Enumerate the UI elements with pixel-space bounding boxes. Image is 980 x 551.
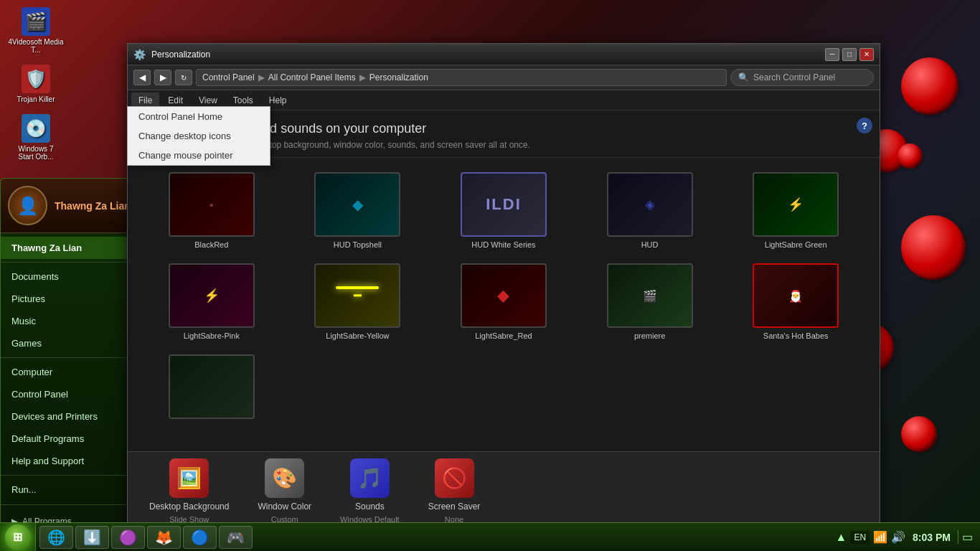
theme-lightsabre-pink-thumb: ⚡ [169,263,255,328]
breadcrumb: Control Panel ▶ All Control Panel Items … [196,69,727,86]
search-icon: 🔍 [738,72,749,83]
desktop: 🎬 4Videosoft Media T... 🛡️ Trojan Killer… [0,0,980,551]
theme-lightsabre-pink[interactable]: ⚡ LightSabre-Pink [142,260,281,344]
window-color-button[interactable]: 🎨 Window Color Custom [258,458,311,524]
titlebar-left: ⚙️ Personalization [133,49,210,60]
theme-hud-topshell-thumb: ◆ [314,172,400,237]
breadcrumb-current[interactable]: Personalization [369,72,428,83]
window-content: Change the visuals and sounds on your co… [128,110,880,530]
desktop-icon-trojan-image: 🛡️ [22,65,50,93]
taskbar-chrome-icon[interactable]: 🔵 [183,526,217,549]
taskbar: ⊞ 🌐 ⬇️ 🟣 🦊 🔵 🎮 ▲ EN 📶 🔊 8:03 PM ▭ [0,522,980,551]
theme-unknown-thumb [169,354,255,419]
address-bar: ◀ ▶ ↻ Control Panel ▶ All Control Panel … [128,65,880,90]
theme-lightsabre-green-thumb: ⚡ [753,172,839,237]
theme-unknown[interactable] [142,351,281,426]
start-orb: ⊞ [5,524,31,550]
tray-up-arrow-icon[interactable]: ▲ [836,531,847,544]
theme-premiere[interactable]: 🎬 premiere [580,260,720,344]
taskbar-utorrent-icon[interactable]: ⬇️ [75,526,109,549]
system-tray: ▲ EN 📶 🔊 8:03 PM ▭ [829,530,980,544]
theme-lightsabre-yellow-label: LightSabre-Yellow [326,331,389,340]
theme-hud-white[interactable]: ILDI HUD White Series [434,169,573,253]
desktop-icon-4videosoft-label: 4Videosoft Media T... [7,38,65,54]
screen-saver-button[interactable]: 🚫 Screen Saver None [428,458,481,524]
sounds-label: Sounds [355,501,385,512]
taskbar-ie-icon[interactable]: 🌐 [39,526,73,549]
search-box[interactable]: 🔍 Search Control Panel [730,69,874,86]
xmas-decoration [901,215,966,280]
desktop-icon-4videosoft-image: 🎬 [22,7,50,36]
taskbar-game-icon[interactable]: 🎮 [219,526,253,549]
tray-network-icon[interactable]: 📶 [873,530,887,544]
desktop-icon-trojan-label: Trojan Killer [17,95,55,103]
theme-hud-topshell-label: HUD Topshell [334,240,382,249]
theme-lightsabre-red[interactable]: ◆ LightSabre_Red [434,260,573,344]
main-panel: Change the visuals and sounds on your co… [128,110,880,530]
window-title-text: Personalization [151,50,210,60]
themes-area: ● BlackRed ◆ HUD Topshell [128,158,880,451]
desktop-background-button[interactable]: 🖼️ Desktop Background Slide Show [149,458,229,524]
menu-desktop-icons[interactable]: Change desktop icons [128,126,270,146]
theme-lightsabre-yellow-thumb: ━ [314,263,400,328]
theme-lightsabre-red-thumb: ◆ [461,263,547,328]
window-controls: ─ □ ✕ [825,48,874,61]
window-icon: ⚙️ [133,49,146,60]
theme-lightsabre-green[interactable]: ⚡ LightSabre Green [726,169,865,253]
taskbar-firefox-icon[interactable]: 🦊 [147,526,181,549]
maximize-button[interactable]: □ [842,48,857,61]
theme-lightsabre-red-label: LightSabre_Red [475,331,532,340]
breadcrumb-home[interactable]: Control Panel [202,72,255,83]
theme-blackred-thumb: ● [169,172,255,237]
system-clock[interactable]: 8:03 PM [909,532,954,543]
desktop-icon-windows7-label: Windows 7Start Orb... [19,145,54,161]
theme-hud-white-thumb: ILDI [461,172,547,237]
desktop-icon-windows7-image: 💿 [22,114,50,143]
file-menu-dropdown: Control Panel Home Change desktop icons … [127,106,270,166]
tray-language-indicator[interactable]: EN [850,531,870,544]
search-text: Search Control Panel [753,72,835,83]
hud-logo-text: ILDI [486,195,522,214]
desktop-icon-windows7[interactable]: 💿 Windows 7Start Orb... [7,114,65,161]
tray-show-desktop-icon[interactable]: ▭ [958,530,973,544]
window-color-icon: 🎨 [265,458,304,498]
refresh-button[interactable]: ↻ [175,70,192,85]
help-icon[interactable]: ? [857,118,872,133]
theme-premiere-label: premiere [634,331,665,340]
forward-button[interactable]: ▶ [154,70,171,85]
menu-cp-home[interactable]: Control Panel Home [128,107,270,126]
theme-santas-label: Santa's Hot Babes [763,331,829,340]
breadcrumb-all-items[interactable]: All Control Panel Items [268,72,356,83]
desktop-icon-trojan[interactable]: 🛡️ Trojan Killer [7,65,65,103]
screen-saver-icon: 🚫 [435,458,474,498]
theme-hud-label: HUD [641,240,659,249]
minimize-button[interactable]: ─ [825,48,839,61]
theme-santas[interactable]: 🎅 Santa's Hot Babes [726,260,865,344]
desktop-icons-area: 🎬 4Videosoft Media T... 🛡️ Trojan Killer… [7,7,65,161]
menu-mouse-pointer[interactable]: Change mouse pointer [128,146,270,165]
xmas-decoration [897,143,923,169]
back-button[interactable]: ◀ [133,70,151,85]
theme-hud-topshell[interactable]: ◆ HUD Topshell [288,169,428,253]
screen-saver-label: Screen Saver [428,501,481,512]
start-menu-username: Thawng Za Lian [55,200,131,212]
theme-blackred[interactable]: ● BlackRed [142,169,281,253]
taskbar-items: 🌐 ⬇️ 🟣 🦊 🔵 🎮 [36,526,829,549]
desktop-icon-4videosoft[interactable]: 🎬 4Videosoft Media T... [7,7,65,54]
start-button[interactable]: ⊞ [0,523,36,552]
xmas-decoration [901,416,937,452]
theme-hud[interactable]: ◈ HUD [580,169,720,253]
clock-time: 8:03 PM [913,532,951,543]
theme-hud-white-label: HUD White Series [471,240,535,249]
theme-lightsabre-yellow[interactable]: ━ LightSabre-Yellow [288,260,428,344]
theme-premiere-thumb: 🎬 [607,263,693,328]
start-menu-avatar: 👤 [8,186,47,225]
window-color-label: Window Color [258,501,311,512]
breadcrumb-sep-1: ▶ [258,72,265,83]
close-button[interactable]: ✕ [859,48,874,61]
xmas-decoration [901,57,958,115]
sounds-button[interactable]: 🎵 Sounds Windows Default [340,458,400,524]
breadcrumb-sep-2: ▶ [359,72,366,83]
taskbar-viber-icon[interactable]: 🟣 [111,526,145,549]
tray-volume-icon[interactable]: 🔊 [891,530,905,544]
